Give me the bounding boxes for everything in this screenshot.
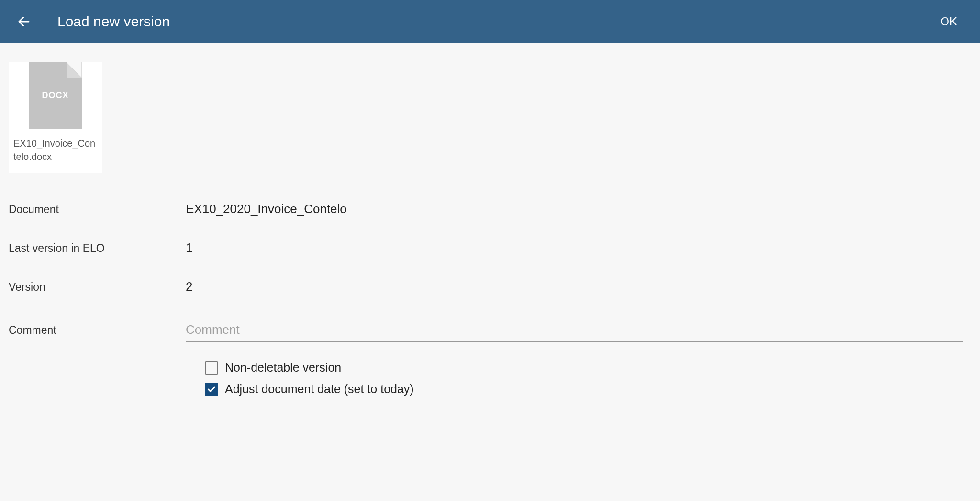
document-row: Document EX10_2020_Invoice_Contelo [9, 202, 971, 216]
version-label: Version [9, 281, 186, 294]
arrow-left-icon [17, 14, 31, 29]
file-name: EX10_Invoice_Contelo.docx [13, 137, 97, 163]
ok-button[interactable]: OK [931, 10, 967, 33]
back-button[interactable] [10, 7, 38, 36]
comment-row: Comment [9, 322, 971, 342]
content-area: DOCX EX10_Invoice_Contelo.docx Document … [0, 43, 980, 413]
last-version-row: Last version in ELO 1 [9, 240, 971, 255]
adjust-date-checkbox-row[interactable]: Adjust document date (set to today) [205, 382, 971, 396]
last-version-value: 1 [186, 240, 971, 255]
comment-input[interactable] [186, 322, 963, 342]
page-title: Load new version [57, 13, 931, 30]
checkbox-group: Non-deletable version Adjust document da… [205, 361, 971, 396]
file-type-label: DOCX [29, 91, 82, 101]
version-form: Document EX10_2020_Invoice_Contelo Last … [9, 202, 971, 396]
version-row: Version [9, 279, 971, 298]
file-preview[interactable]: DOCX EX10_Invoice_Contelo.docx [9, 62, 102, 173]
app-header: Load new version OK [0, 0, 980, 43]
last-version-label: Last version in ELO [9, 242, 186, 255]
non-deletable-checkbox[interactable] [205, 361, 218, 375]
non-deletable-label: Non-deletable version [225, 361, 341, 375]
document-label: Document [9, 203, 186, 216]
adjust-date-checkbox[interactable] [205, 383, 218, 396]
document-value: EX10_2020_Invoice_Contelo [186, 202, 971, 216]
adjust-date-label: Adjust document date (set to today) [225, 382, 414, 396]
check-icon [207, 385, 216, 394]
non-deletable-checkbox-row[interactable]: Non-deletable version [205, 361, 971, 375]
version-input[interactable] [186, 279, 963, 298]
file-type-icon: DOCX [29, 62, 82, 129]
comment-label: Comment [9, 324, 186, 337]
